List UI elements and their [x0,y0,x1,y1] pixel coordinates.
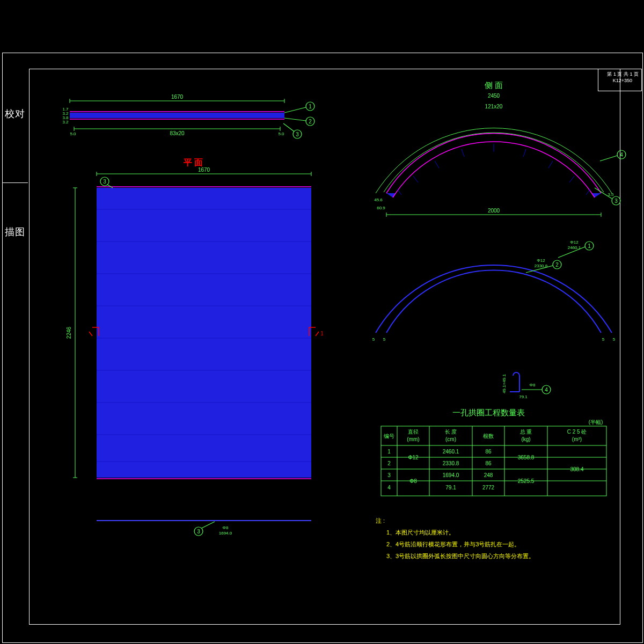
svg-text:5.0: 5.0 [278,131,284,136]
top-strip-view: 1670 83x20 5.0 5.0 1.7 3.2 3.8 3.2 1 2 3 [43,91,333,150]
svg-text:3: 3 [296,131,299,137]
svg-text:Φ12: Φ12 [570,240,579,245]
svg-text:4: 4 [387,485,391,491]
svg-text:308.4: 308.4 [570,466,583,472]
svg-text:49.1=49.1: 49.1=49.1 [502,374,507,393]
svg-text:1、本图尺寸均以厘米计。: 1、本图尺寸均以厘米计。 [386,529,455,536]
svg-text:86: 86 [485,460,492,466]
svg-text:83x20: 83x20 [170,130,185,136]
svg-text:2330.8: 2330.8 [535,264,548,268]
svg-text:总 重: 总 重 [519,429,532,435]
svg-line-13 [284,107,306,113]
svg-text:2: 2 [387,460,391,466]
svg-text:3658.8: 3658.8 [518,455,535,460]
svg-text:1694.0: 1694.0 [443,472,459,478]
svg-text:3.5: 3.5 [608,192,614,197]
svg-text:2: 2 [555,262,559,268]
svg-text:Φ8: Φ8 [530,383,536,387]
notes: 注 : 1、本图尺寸均以厘米计。 2、4号筋沿顺行横花形布置，并与3号筋扎在一起… [376,515,633,574]
svg-text:5: 5 [613,337,616,342]
svg-text:3: 3 [387,472,391,478]
svg-text:2772: 2772 [482,485,495,491]
plan-view: 平 面 1670 1 3 2246 3 Φ8 1694.0 [43,156,343,547]
svg-text:45.6: 45.6 [374,197,383,202]
svg-text:4: 4 [545,387,548,393]
svg-text:平  面: 平 面 [183,158,203,167]
svg-text:Φ12: Φ12 [537,258,545,263]
svg-text:2000: 2000 [488,208,500,214]
svg-text:5: 5 [383,337,386,342]
svg-text:(cm): (cm) [445,436,456,442]
svg-text:长 度: 长 度 [445,429,457,435]
svg-text:2525.5: 2525.5 [518,478,535,484]
hook-detail: 49.1=49.1 4 Φ8 79.1 [494,365,601,402]
svg-text:1: 1 [309,104,312,109]
svg-text:1694.0: 1694.0 [219,531,232,536]
svg-text:1: 1 [320,331,324,336]
svg-text:2330.8: 2330.8 [443,460,459,466]
svg-text:3、3号筋以拱圈外弧长按图中尺寸向圆心方向等分布置。: 3、3号筋以拱圈外弧长按图中尺寸向圆心方向等分布置。 [386,553,535,559]
svg-text:79.1: 79.1 [519,394,528,399]
svg-text:5: 5 [602,337,605,342]
svg-text:Φ8: Φ8 [409,478,417,484]
svg-text:侧  面: 侧 面 [485,80,503,90]
svg-text:1: 1 [387,449,391,455]
svg-text:一孔拱圈工程数量表: 一孔拱圈工程数量表 [452,408,525,417]
svg-text:Φ8: Φ8 [223,525,229,530]
sidebar-label-review: 校对 [3,107,27,120]
svg-text:121x20: 121x20 [485,104,503,109]
svg-line-19 [283,123,294,131]
svg-text:(kg): (kg) [521,436,530,442]
svg-text:1: 1 [588,243,591,249]
svg-text:3: 3 [197,529,200,535]
svg-rect-0 [70,113,284,118]
svg-line-46 [202,522,215,528]
svg-line-40 [107,185,113,188]
svg-text:2246: 2246 [66,326,72,339]
svg-text:C 2 5 砼: C 2 5 砼 [567,429,587,435]
svg-text:2450: 2450 [488,93,500,99]
svg-text:1670: 1670 [171,94,184,100]
svg-text:Φ12: Φ12 [408,455,419,460]
svg-text:4: 4 [620,152,623,158]
svg-text:248: 248 [484,472,493,478]
svg-text:(mm): (mm) [407,436,419,442]
svg-text:79.1: 79.1 [445,485,456,491]
svg-text:2、4号筋沿顺行横花形布置，并与3号筋扎在一起。: 2、4号筋沿顺行横花形布置，并与3号筋扎在一起。 [386,541,520,547]
svg-text:5: 5 [372,337,375,342]
svg-text:86: 86 [485,449,492,455]
svg-text:5.0: 5.0 [70,131,76,136]
svg-text:60.9: 60.9 [377,206,385,210]
svg-line-16 [284,118,306,121]
svg-text:3.2: 3.2 [62,120,69,125]
svg-rect-25 [97,188,311,478]
quantity-table: 一孔拱圈工程数量表 (半幅) 编号 直径(mm) 长 度(cm) 根数 总 重(… [376,408,623,504]
rebar-arcs: 5 5 5 5 1 Φ12 2460.1 2 Φ12 2330.8 [354,236,633,349]
svg-text:2460.1: 2460.1 [568,245,581,250]
svg-text:1670: 1670 [198,167,210,173]
svg-text:直径: 直径 [408,429,419,435]
sidebar-label-trace: 描图 [3,225,27,238]
svg-text:2: 2 [309,119,312,125]
svg-text:3: 3 [614,198,618,204]
svg-text:3: 3 [103,179,106,185]
page-label: 第 1 页 共 1 页 [607,71,639,78]
svg-text:根数: 根数 [483,433,494,439]
svg-text:编号: 编号 [384,433,394,439]
svg-text:注 :: 注 : [376,517,385,524]
svg-text:(m³): (m³) [572,436,582,442]
svg-line-66 [600,156,617,161]
side-view: 侧 面 2450 121x20 2000 60.9 45.6 3.5 4 3 [354,80,633,231]
svg-text:(半幅): (半幅) [589,419,603,425]
svg-text:2460.1: 2460.1 [443,449,459,455]
sidebar-separator [2,182,28,183]
